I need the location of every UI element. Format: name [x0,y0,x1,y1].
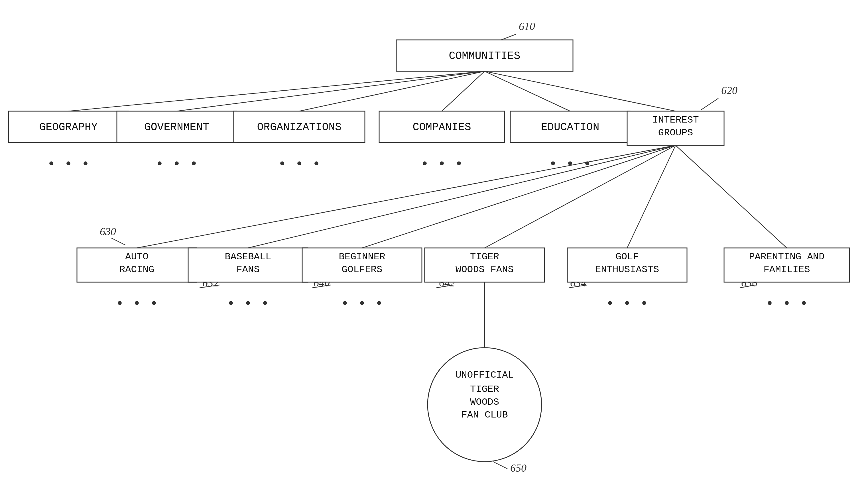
dots-government: • • • [155,156,198,172]
line-ig-to-golf [627,145,675,248]
ref-610: 610 [519,20,535,32]
dots-organizations: • • • [278,156,321,172]
parenting-families-label-2: FAMILIES [763,264,810,275]
svg-line-2 [111,238,125,245]
line-ig-to-auto [137,145,675,248]
companies-label: COMPANIES [413,121,471,133]
diagram-svg: 610 620 COMMUNITIES GEOGRAPHY GOVERNMENT… [0,0,868,503]
interest-groups-label-2: GROUPS [658,127,693,138]
dots-beginner: • • • [341,296,383,312]
interest-groups-label-1: INTEREST [652,115,699,125]
line-to-geography [69,71,485,111]
dots-companies: • • • [421,156,463,172]
baseball-fans-label-2: FANS [236,264,260,275]
line-ig-to-beginner [362,145,675,248]
line-to-interest-groups [485,71,675,111]
dots-education: • • • [549,156,591,172]
tiger-woods-fans-label-1: TIGER [470,251,499,262]
baseball-fans-label-1: BASEBALL [225,251,271,262]
education-label: EDUCATION [541,121,599,133]
dots-golf: • • • [606,296,649,312]
communities-label: COMMUNITIES [449,50,520,62]
svg-line-8 [493,462,507,469]
dots-parenting: • • • [765,296,808,312]
government-label: GOVERNMENT [144,121,209,133]
unofficial-label-2: TIGER [470,384,499,395]
parenting-families-label-1: PARENTING AND [749,251,824,262]
auto-racing-label-2: RACING [120,264,154,275]
line-to-government [177,71,485,111]
line-to-organizations [299,71,485,111]
dots-geography: • • • [47,156,90,172]
golf-enthusiasts-label-1: GOLF [616,251,639,262]
line-ig-to-parenting [675,145,787,248]
ref-620: 620 [721,84,737,96]
ref-630: 630 [100,226,116,238]
ref-650: 650 [510,462,527,474]
dots-baseball: • • • [227,296,269,312]
unofficial-label-4: FAN CLUB [461,409,508,420]
unofficial-label-3: WOODS [470,397,499,408]
organizations-label: ORGANIZATIONS [257,121,341,133]
beginner-golfers-label-1: BEGINNER [339,251,385,262]
dots-auto-racing: • • • [115,296,158,312]
golf-enthusiasts-label-2: ENTHUSIASTS [595,264,659,275]
line-to-companies [442,71,485,111]
geography-label: GEOGRAPHY [39,121,97,133]
unofficial-label-1: UNOFFICIAL [455,370,514,380]
tiger-woods-fans-label-2: WOODS FANS [455,264,514,275]
auto-racing-label-1: AUTO [125,251,148,262]
beginner-golfers-label-2: GOLFERS [342,264,383,275]
svg-line-1 [701,98,719,110]
line-to-education [485,71,570,111]
